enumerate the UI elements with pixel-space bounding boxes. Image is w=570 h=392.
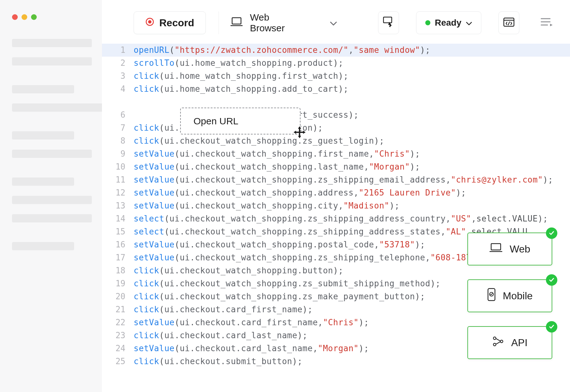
code-source: setValue(ui.checkout_watch_shopping.addr… bbox=[134, 186, 466, 199]
browser-label: Web Browser bbox=[250, 12, 299, 34]
api-icon bbox=[492, 336, 504, 350]
line-number: 12 bbox=[102, 186, 134, 199]
code-line[interactable]: 12setValue(ui.checkout_watch_shopping.ad… bbox=[102, 186, 570, 199]
code-source: click(ui.checkout_watch_shopping.zs_subm… bbox=[134, 277, 440, 290]
line-number: 16 bbox=[102, 238, 134, 251]
code-source: click(ui.checkout.submit_button); bbox=[134, 355, 302, 368]
code-line[interactable]: 13setValue(ui.checkout_watch_shopping.ci… bbox=[102, 199, 570, 212]
code-source: scrollTo(ui.home_watch_shopping.product)… bbox=[134, 57, 343, 70]
code-line[interactable]: 6 atch_shopping.cart_success); bbox=[102, 109, 570, 121]
code-line[interactable]: 9setValue(ui.checkout_watch_shopping.fir… bbox=[102, 147, 570, 160]
platform-card-mobile[interactable]: Mobile bbox=[467, 279, 552, 312]
sidebar-item[interactable] bbox=[12, 85, 74, 93]
steps-list-button[interactable] bbox=[536, 11, 557, 34]
record-button[interactable]: Record bbox=[134, 11, 206, 34]
svg-point-1 bbox=[148, 20, 152, 23]
toolbar: Record Web Browser Ready bbox=[102, 0, 570, 44]
laptop-icon bbox=[230, 17, 243, 29]
code-view-icon bbox=[503, 17, 515, 28]
chevron-down-icon bbox=[466, 18, 472, 28]
zoom-window-icon[interactable] bbox=[31, 14, 37, 20]
line-number: 10 bbox=[102, 160, 134, 173]
record-label: Record bbox=[159, 17, 194, 29]
svg-rect-5 bbox=[504, 18, 514, 26]
minimize-window-icon[interactable] bbox=[22, 14, 27, 20]
line-number: 17 bbox=[102, 251, 134, 264]
code-line[interactable]: 1openURL("https://zwatch.zohocommerce.co… bbox=[102, 44, 570, 57]
line-number: 9 bbox=[102, 147, 134, 160]
code-line[interactable]: 7click(ui.cart_watch_shopping.button); bbox=[102, 121, 570, 134]
svg-rect-2 bbox=[232, 18, 241, 24]
sidebar-item[interactable] bbox=[12, 177, 74, 186]
line-number: 19 bbox=[102, 277, 134, 290]
main-panel: Record Web Browser Ready bbox=[102, 0, 570, 392]
svg-rect-10 bbox=[491, 244, 501, 250]
svg-line-18 bbox=[496, 342, 500, 344]
laptop-icon bbox=[489, 243, 503, 255]
pointer-tool-button[interactable] bbox=[378, 11, 399, 34]
code-source: click(ui.checkout_watch_shopping.zs_gues… bbox=[134, 134, 384, 147]
line-number: 14 bbox=[102, 212, 134, 225]
line-number: 15 bbox=[102, 225, 134, 238]
code-line[interactable]: 8click(ui.checkout_watch_shopping.zs_gue… bbox=[102, 134, 570, 147]
line-number: 6 bbox=[102, 109, 134, 121]
code-line[interactable]: 11setValue(ui.checkout_watch_shopping.zs… bbox=[102, 173, 570, 186]
code-line[interactable]: 3click(ui.home_watch_shopping.first_watc… bbox=[102, 70, 570, 83]
code-line[interactable]: 10setValue(ui.checkout_watch_shopping.la… bbox=[102, 160, 570, 173]
line-number: 13 bbox=[102, 199, 134, 212]
sidebar-item[interactable] bbox=[12, 214, 92, 222]
card-label: Mobile bbox=[503, 290, 533, 302]
close-window-icon[interactable] bbox=[12, 14, 18, 20]
check-badge-icon bbox=[546, 321, 557, 333]
sidebar-item[interactable] bbox=[12, 196, 92, 204]
code-source: click(ui.checkout_watch_shopping.button)… bbox=[134, 264, 343, 277]
line-number: 23 bbox=[102, 329, 134, 342]
line-number: 25 bbox=[102, 355, 134, 368]
code-line[interactable]: 14select(ui.checkout_watch_shopping.zs_s… bbox=[102, 212, 570, 225]
sidebar-item[interactable] bbox=[12, 242, 74, 250]
line-number: 18 bbox=[102, 264, 134, 277]
svg-rect-4 bbox=[383, 17, 392, 23]
svg-point-16 bbox=[493, 343, 496, 346]
code-view-button[interactable] bbox=[498, 11, 519, 34]
svg-line-17 bbox=[496, 339, 500, 341]
code-line[interactable] bbox=[102, 96, 570, 109]
platform-card-api[interactable]: API bbox=[467, 326, 552, 359]
sidebar-item[interactable] bbox=[12, 39, 92, 47]
code-line[interactable]: 4click(ui.home_watch_shopping.add_to_car… bbox=[102, 83, 570, 96]
code-source: setValue(ui.checkout_watch_shopping.zs_s… bbox=[134, 173, 553, 186]
sidebar-item[interactable] bbox=[12, 57, 92, 65]
sidebar bbox=[0, 0, 102, 392]
code-source: setValue(ui.checkout.card_last_name,"Mor… bbox=[134, 342, 369, 355]
line-number: 2 bbox=[102, 57, 134, 70]
status-dot-icon bbox=[425, 20, 430, 25]
code-line[interactable]: 2scrollTo(ui.home_watch_shopping.product… bbox=[102, 57, 570, 70]
code-source: setValue(ui.checkout_watch_shopping.firs… bbox=[134, 147, 420, 160]
card-label: Web bbox=[510, 243, 530, 255]
code-source: click(ui.checkout.card_first_name); bbox=[134, 303, 313, 316]
sidebar-item[interactable] bbox=[12, 103, 103, 112]
code-source: click(ui.checkout_watch_shopping.zs_make… bbox=[134, 290, 425, 303]
line-number: 20 bbox=[102, 290, 134, 303]
platform-card-web[interactable]: Web bbox=[467, 233, 552, 265]
line-number: 4 bbox=[102, 83, 134, 96]
code-source: click(ui.home_watch_shopping.add_to_cart… bbox=[134, 83, 348, 96]
line-number: 11 bbox=[102, 173, 134, 186]
line-number: 3 bbox=[102, 70, 134, 83]
drag-step-openurl[interactable]: Open URL bbox=[180, 108, 301, 134]
card-label: API bbox=[511, 337, 528, 349]
status-chip[interactable]: Ready bbox=[416, 11, 481, 34]
sidebar-item[interactable] bbox=[12, 131, 74, 140]
line-number: 1 bbox=[102, 44, 134, 57]
browser-select[interactable]: Web Browser bbox=[218, 11, 348, 34]
code-source: setValue(ui.checkout_watch_shopping.post… bbox=[134, 238, 425, 251]
sidebar-item[interactable] bbox=[12, 150, 92, 158]
code-source: setValue(ui.checkout_watch_shopping.city… bbox=[134, 199, 400, 212]
code-source: setValue(ui.checkout_watch_shopping.zs_s… bbox=[134, 251, 512, 264]
code-source: select(ui.checkout_watch_shopping.zs_shi… bbox=[134, 212, 548, 225]
line-number: 22 bbox=[102, 316, 134, 329]
code-source: click(ui.checkout.card_last_name); bbox=[134, 329, 307, 342]
line-number: 24 bbox=[102, 342, 134, 355]
move-cursor-icon bbox=[293, 126, 306, 140]
mobile-icon bbox=[487, 288, 496, 304]
